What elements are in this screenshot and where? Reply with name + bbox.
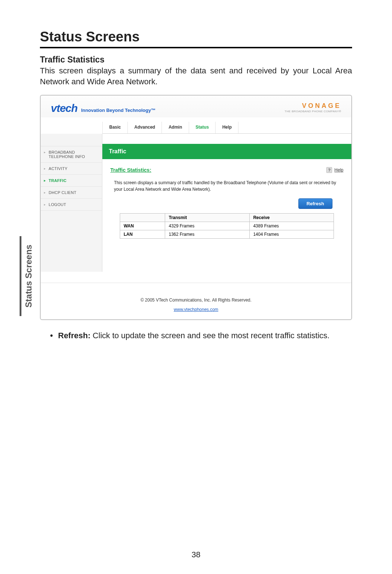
- tab-admin[interactable]: Admin: [162, 122, 189, 133]
- help-link-text: Help: [334, 167, 343, 173]
- tab-status[interactable]: Status: [189, 122, 216, 133]
- panel-title-bar: Traffic: [102, 144, 351, 159]
- traffic-table: Transmit Receive WAN 4329 Frames 4389 Fr…: [120, 213, 334, 239]
- page-number: 38: [0, 550, 392, 559]
- top-nav: Basic Advanced Admin Status Help: [102, 120, 351, 134]
- tab-help[interactable]: Help: [216, 122, 238, 133]
- footer-link[interactable]: www.vtechphones.com: [41, 307, 351, 312]
- panel-content: Traffic Statistics: ? Help This screen d…: [102, 159, 351, 242]
- vonage-logo: VONAGE THE BROADBAND PHONE COMPANY®: [285, 102, 341, 113]
- vtech-brand-text: vtech: [51, 102, 77, 114]
- screenshot-footer: © 2005 VTech Communications, Inc. All Ri…: [41, 283, 351, 319]
- page-heading: Status Screens: [40, 29, 352, 48]
- row-label-wan: WAN: [120, 222, 165, 230]
- table-header-row: Transmit Receive: [120, 214, 334, 222]
- table-row: WAN 4329 Frames 4389 Frames: [120, 222, 334, 230]
- tab-basic[interactable]: Basic: [102, 122, 128, 133]
- intro-paragraph: This screen displays a summary of the da…: [40, 65, 352, 87]
- section-sub-heading: Traffic Statistics: [40, 55, 352, 65]
- sidebar-item-dhcp[interactable]: DHCP CLIENT: [41, 187, 102, 199]
- sidebar-item-traffic[interactable]: TRAFFIC: [41, 175, 102, 187]
- bullet-label: Refresh:: [58, 331, 90, 340]
- stats-title: Traffic Statistics:: [110, 167, 151, 173]
- th-receive: Receive: [249, 214, 334, 222]
- bullet-refresh: Refresh: Click to update the screen and …: [50, 330, 352, 341]
- th-blank: [120, 214, 165, 222]
- screenshot-body: BROADBAND TELEPHONE INFO ACTIVITY TRAFFI…: [41, 134, 351, 272]
- th-transmit: Transmit: [165, 214, 250, 222]
- main-panel: Traffic Traffic Statistics: ? Help This …: [102, 134, 351, 272]
- refresh-button[interactable]: Refresh: [298, 198, 332, 209]
- help-link[interactable]: ? Help: [326, 167, 343, 173]
- sidebar-item-activity[interactable]: ACTIVITY: [41, 163, 102, 175]
- side-tab: Status Screens: [20, 236, 34, 316]
- bullet-section: Refresh: Click to update the screen and …: [40, 320, 352, 341]
- sidebar-item-logout[interactable]: LOGOUT: [41, 199, 102, 211]
- sidebar-item-broadband[interactable]: BROADBAND TELEPHONE INFO: [41, 146, 102, 163]
- bullet-text: Click to update the screen and see the m…: [90, 331, 330, 340]
- row-label-lan: LAN: [120, 230, 165, 239]
- cell-wan-receive: 4389 Frames: [249, 222, 334, 230]
- vonage-tagline: THE BROADBAND PHONE COMPANY®: [285, 110, 341, 113]
- vonage-brand-text: VONAGE: [285, 102, 341, 110]
- table-row: LAN 1362 Frames 1404 Frames: [120, 230, 334, 239]
- tab-advanced[interactable]: Advanced: [128, 122, 162, 133]
- stats-description: This screen displays a summary of traffi…: [110, 179, 343, 193]
- cell-lan-transmit: 1362 Frames: [165, 230, 250, 239]
- sidebar: BROADBAND TELEPHONE INFO ACTIVITY TRAFFI…: [41, 134, 102, 272]
- vtech-tagline: Innovation Beyond Technology™: [81, 108, 156, 113]
- help-icon: ?: [326, 167, 332, 173]
- embedded-screenshot: vtech Innovation Beyond Technology™ VONA…: [40, 95, 352, 320]
- cell-wan-transmit: 4329 Frames: [165, 222, 250, 230]
- screenshot-header: vtech Innovation Beyond Technology™ VONA…: [41, 96, 351, 120]
- vtech-logo: vtech Innovation Beyond Technology™: [51, 102, 156, 114]
- cell-lan-receive: 1404 Frames: [249, 230, 334, 239]
- copyright-text: © 2005 VTech Communications, Inc. All Ri…: [140, 298, 252, 303]
